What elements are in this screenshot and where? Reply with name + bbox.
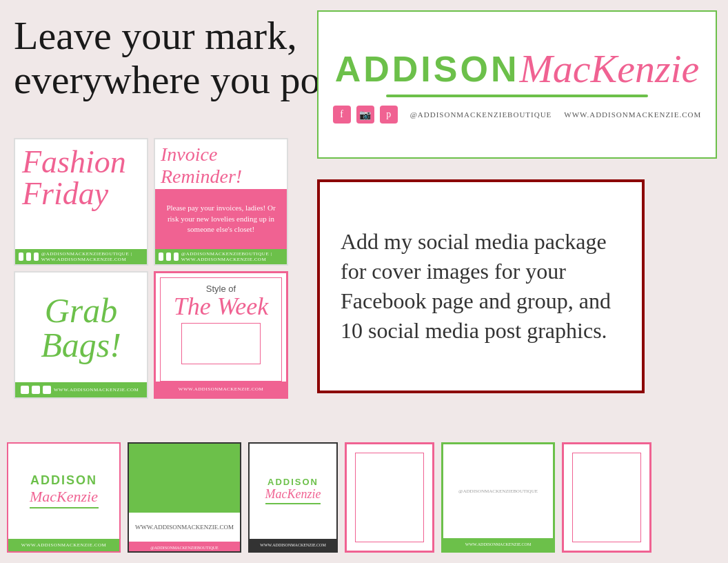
thumb-6-content — [564, 444, 649, 551]
invoice-body-text: Please pay your invoices, ladies! Or ris… — [161, 203, 281, 235]
main-heading: Leave your mark, everywhere you post. — [14, 14, 357, 102]
card-invoice: Invoice Reminder! Please pay your invoic… — [154, 138, 288, 266]
card-grab-bags: GrabBags! WWW.ADDISONMACKENZIE.COM — [14, 271, 148, 399]
invoice-footer-pin — [174, 253, 179, 261]
cards-grid: FashionFriday @ADDISONMACKENZIEBOUTIQUE … — [14, 138, 288, 399]
logo-underline — [386, 95, 648, 97]
invoice-body: Please pay your invoices, ladies! Or ris… — [155, 189, 287, 249]
thumb-3-footer: WWW.ADDISONMACKENZIE.COM — [250, 539, 336, 551]
thumb-3-logo: ADDISON MacKenzie — [250, 444, 336, 539]
thumb-underline — [30, 507, 99, 508]
thumb-4-inner — [355, 453, 424, 542]
thumb-5-handle: @ADDISONMACKENZIEBOUTIQUE — [458, 488, 538, 494]
thumb-5-content: @ADDISONMACKENZIEBOUTIQUE — [443, 444, 553, 538]
footer-ig-icon — [26, 253, 31, 261]
logo-social-row: f 📷 p @ADDISONMACKENZIEBOUTIQUE WWW.ADDI… — [333, 106, 702, 124]
grab-footer: WWW.ADDISONMACKENZIE.COM — [15, 382, 147, 397]
logo-url: WWW.ADDISONMACKENZIE.COM — [564, 110, 701, 119]
thumb-mackenzie: MacKenzie — [30, 488, 98, 506]
invoice-footer-url: @ADDISONMACKENZIEBOUTIQUE | WWW.ADDISONM… — [181, 251, 283, 262]
thumb-2-footer: @ADDISONMACKENZIEBOUTIQUE — [129, 542, 240, 553]
bottom-thumbnails-row: ADDISON MacKenzie WWW.ADDISONMACKENZIE.C… — [7, 442, 651, 553]
instagram-icon: 📷 — [356, 106, 374, 124]
thumb-6-inner — [572, 453, 641, 542]
logo-mackenzie-text: MacKenzie — [519, 46, 699, 92]
thumb-5-footer: WWW.ADDISONMACKENZIE.COM — [443, 538, 553, 551]
pinterest-icon: p — [380, 106, 398, 124]
fashion-footer: @ADDISONMACKENZIEBOUTIQUE | WWW.ADDISONM… — [15, 249, 147, 264]
thumb-addison: ADDISON — [30, 473, 97, 488]
thumb-2-white-area: WWW.ADDISONMACKENZIE.COM — [129, 513, 240, 542]
thumb-2-green-area — [129, 444, 240, 513]
style-footer: WWW.ADDISONMACKENZIE.COM — [156, 382, 286, 397]
invoice-header: Invoice Reminder! — [155, 139, 287, 189]
style-photo-box — [181, 323, 261, 364]
thumb-5-url: WWW.ADDISONMACKENZIE.COM — [465, 542, 531, 546]
fashion-friday-content: FashionFriday — [15, 139, 147, 249]
thumb-2-handle: @ADDISONMACKENZIEBOUTIQUE — [150, 546, 219, 550]
heading-line2: everywhere you post. — [14, 58, 357, 102]
thumb-green-border: @ADDISONMACKENZIEBOUTIQUE WWW.ADDISONMAC… — [441, 442, 555, 553]
invoice-footer-fb — [159, 253, 163, 261]
thumb-1-footer: WWW.ADDISONMACKENZIE.COM — [8, 539, 119, 551]
thumb-3-url: WWW.ADDISONMACKENZIE.COM — [260, 543, 325, 547]
facebook-icon: f — [333, 106, 351, 124]
grab-footer-fb — [21, 386, 29, 394]
fashion-friday-text: FashionFriday — [22, 146, 126, 210]
thumb-logo-white: ADDISON MacKenzie WWW.ADDISONMACKENZIE.C… — [7, 442, 121, 553]
thumb-3-underline — [265, 503, 321, 504]
thumb-3-addison: ADDISON — [265, 477, 321, 487]
card-style-week: Style of The Week WWW.ADDISONMACKENZIE.C… — [154, 271, 288, 399]
grab-footer-pin — [43, 386, 51, 394]
heading-line1: Leave your mark, — [14, 14, 357, 58]
fashion-footer-url: @ADDISONMACKENZIEBOUTIQUE | WWW.ADDISONM… — [41, 251, 143, 262]
grab-content: GrabBags! — [15, 273, 147, 382]
thumb-green-block: WWW.ADDISONMACKENZIE.COM @ADDISONMACKENZ… — [128, 442, 241, 553]
style-footer-url: WWW.ADDISONMACKENZIE.COM — [179, 386, 263, 392]
big-text-box: Add my social media package for cover im… — [317, 179, 645, 393]
invoice-footer: @ADDISONMACKENZIEBOUTIQUE | WWW.ADDISONM… — [155, 249, 287, 264]
footer-pin-icon — [34, 253, 39, 261]
grab-text: GrabBags! — [41, 293, 121, 362]
invoice-footer-ig — [166, 253, 171, 261]
logo-banner: ADDISON MacKenzie f 📷 p @ADDISONMACKENZI… — [317, 10, 717, 159]
thumb-1-url: WWW.ADDISONMACKENZIE.COM — [21, 542, 106, 548]
logo-at-handle: @ADDISONMACKENZIEBOUTIQUE — [410, 110, 552, 119]
footer-fb-icon — [19, 253, 23, 261]
logo-addison-text: ADDISON — [335, 48, 520, 90]
thumb-pink-border — [345, 442, 434, 553]
style-week-text: The Week — [174, 294, 269, 319]
card-fashion-friday: FashionFriday @ADDISONMACKENZIEBOUTIQUE … — [14, 138, 148, 266]
big-text-content: Add my social media package for cover im… — [341, 227, 621, 346]
thumb-logo-dark: ADDISON MacKenzie WWW.ADDISONMACKENZIE.C… — [248, 442, 338, 553]
thumb-logo-area: ADDISON MacKenzie — [8, 444, 119, 539]
thumb-2-text: WWW.ADDISONMACKENZIE.COM — [135, 524, 234, 531]
grab-footer-ig — [32, 386, 40, 394]
style-content: Style of The Week — [156, 273, 286, 382]
thumb-3-mackenzie: MacKenzie — [265, 487, 321, 502]
grab-footer-url: WWW.ADDISONMACKENZIE.COM — [54, 387, 139, 393]
invoice-title: Invoice Reminder! — [161, 144, 242, 187]
thumb-pink-border-2 — [562, 442, 651, 553]
